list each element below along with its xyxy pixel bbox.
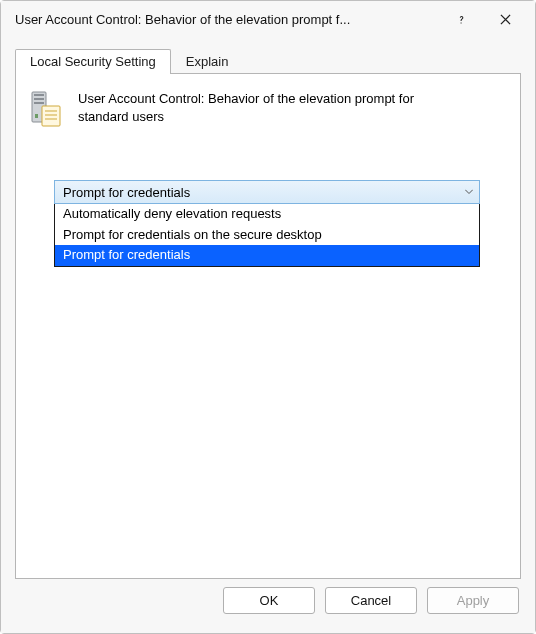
dropdown-option[interactable]: Prompt for credentials on the secure des… xyxy=(55,225,479,246)
properties-dialog: User Account Control: Behavior of the el… xyxy=(0,0,536,634)
chevron-down-icon xyxy=(465,190,473,195)
help-icon xyxy=(456,14,467,25)
dropdown-option[interactable]: Prompt for credentials xyxy=(55,245,479,266)
apply-button[interactable]: Apply xyxy=(427,587,519,614)
svg-rect-1 xyxy=(34,94,44,96)
svg-rect-5 xyxy=(42,106,60,126)
tab-explain[interactable]: Explain xyxy=(171,49,244,74)
setting-dropdown-value: Prompt for credentials xyxy=(63,185,190,200)
tab-local-security-setting[interactable]: Local Security Setting xyxy=(15,49,171,74)
client-area: Local Security Setting Explain xyxy=(1,37,535,579)
tabstrip: Local Security Setting Explain xyxy=(15,47,521,73)
ok-button[interactable]: OK xyxy=(223,587,315,614)
help-button[interactable] xyxy=(439,4,483,34)
dropdown-option[interactable]: Automatically deny elevation requests xyxy=(55,204,479,225)
close-button[interactable] xyxy=(483,4,527,34)
svg-rect-2 xyxy=(34,98,44,100)
tab-panel: User Account Control: Behavior of the el… xyxy=(15,73,521,579)
close-icon xyxy=(500,14,511,25)
window-title: User Account Control: Behavior of the el… xyxy=(15,12,439,27)
setting-dropdown[interactable]: Prompt for credentials xyxy=(54,180,480,204)
setting-dropdown-list[interactable]: Automatically deny elevation requests Pr… xyxy=(54,203,480,267)
svg-rect-3 xyxy=(34,102,44,104)
policy-title: User Account Control: Behavior of the el… xyxy=(78,88,458,125)
policy-icon xyxy=(30,88,64,128)
setting-control: Prompt for credentials Automatically den… xyxy=(54,180,480,267)
svg-rect-4 xyxy=(35,114,38,118)
cancel-button[interactable]: Cancel xyxy=(325,587,417,614)
titlebar: User Account Control: Behavior of the el… xyxy=(1,1,535,37)
policy-header: User Account Control: Behavior of the el… xyxy=(30,88,506,128)
button-bar: OK Cancel Apply xyxy=(1,579,535,633)
